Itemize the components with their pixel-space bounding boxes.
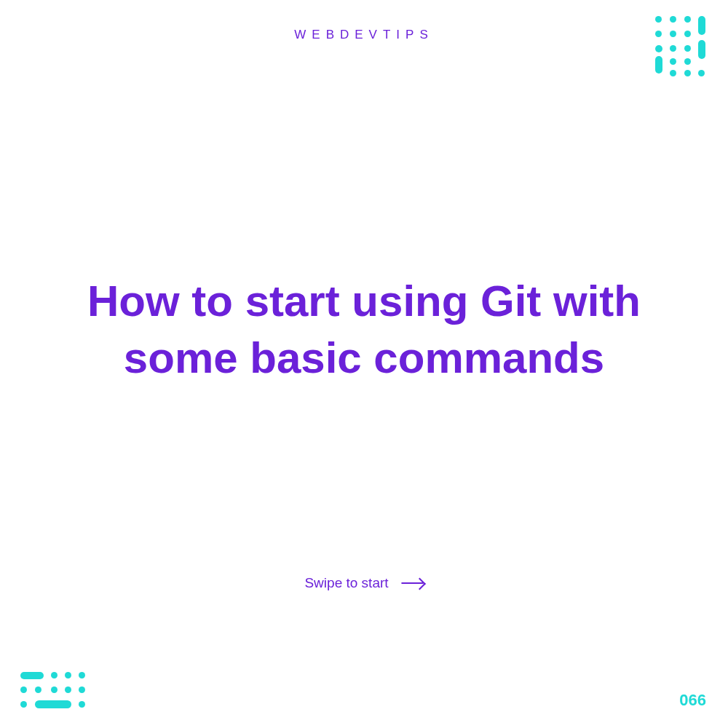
arrow-right-icon: [402, 582, 424, 584]
page-title: How to start using Git with some basic c…: [73, 273, 655, 387]
swipe-prompt[interactable]: Swipe to start: [304, 575, 423, 591]
decoration-bottom-left-icon: [20, 672, 90, 712]
swipe-label: Swipe to start: [304, 575, 388, 591]
brand-label: WEBDEVTIPS: [294, 28, 433, 42]
decoration-top-right-icon: [655, 16, 712, 78]
page-number: 066: [679, 691, 706, 710]
